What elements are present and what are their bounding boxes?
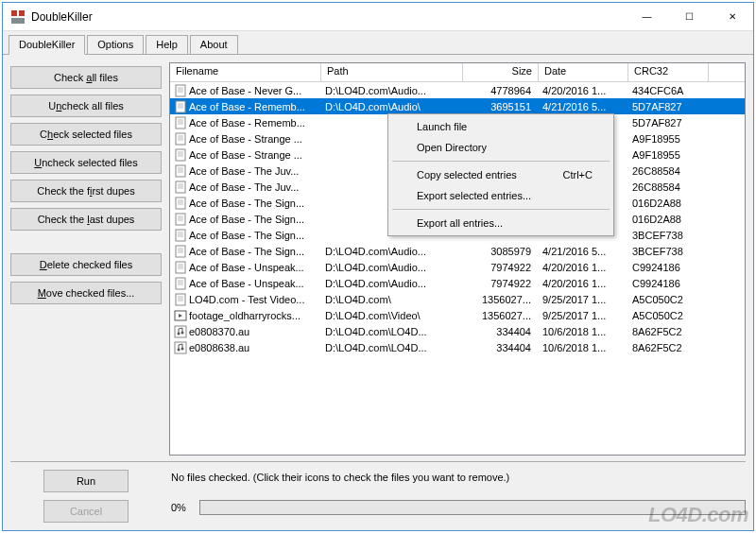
upper-panel: Check all filesUncheck all filesCheck se… <box>10 62 746 456</box>
column-header-crc[interactable]: CRC32 <box>628 63 709 81</box>
table-row[interactable]: LO4D.com - Test Video...D:\LO4D.com\1356… <box>170 291 745 307</box>
audio-icon[interactable] <box>174 341 187 354</box>
menu-item-copy-selected-entries[interactable]: Copy selected entriesCtrl+C <box>390 164 611 185</box>
menu-separator <box>392 209 610 210</box>
window-controls: — ☐ ✕ <box>626 3 753 30</box>
minimize-button[interactable]: — <box>626 3 668 30</box>
close-button[interactable]: ✕ <box>711 3 753 30</box>
cell-crc: 5D7AF827 <box>628 117 709 129</box>
cell-path: D:\LO4D.com\ <box>321 294 463 305</box>
column-header-date[interactable]: Date <box>539 63 628 81</box>
doc-icon[interactable] <box>174 100 187 113</box>
table-row[interactable]: Ace of Base - Rememb...D:\LO4D.com\Audio… <box>170 98 745 114</box>
menu-item-export-selected-entries[interactable]: Export selected entries... <box>390 185 611 206</box>
uncheck-selected-button[interactable]: Uncheck selected files <box>10 151 162 174</box>
svg-rect-51 <box>176 278 185 289</box>
svg-rect-43 <box>176 246 185 257</box>
progress-label: 0% <box>171 502 194 513</box>
cell-path: D:\LO4D.com\LO4D... <box>321 326 463 337</box>
doc-icon[interactable] <box>174 277 187 290</box>
cell-crc: A9F18955 <box>628 149 709 161</box>
doc-icon[interactable] <box>174 84 187 97</box>
svg-rect-19 <box>176 149 185 161</box>
cell-path: D:\LO4D.com\LO4D... <box>321 342 463 353</box>
cell-filename: e0808638.au <box>170 341 321 354</box>
doc-icon[interactable] <box>174 116 187 129</box>
cell-filename: Ace of Base - Rememb... <box>170 116 321 129</box>
sidebar: Check all filesUncheck all filesCheck se… <box>10 62 162 456</box>
svg-rect-2 <box>11 18 25 24</box>
cell-date: 4/20/2016 1... <box>539 262 628 273</box>
menu-item-export-all-entries[interactable]: Export all entries... <box>390 213 611 233</box>
svg-rect-11 <box>176 117 185 129</box>
check-first-dupes-button[interactable]: Check the first dupes <box>10 180 162 202</box>
table-row[interactable]: Ace of Base - The Sign...D:\LO4D.com\Aud… <box>170 243 745 259</box>
cell-crc: 8A62F5C2 <box>628 326 709 337</box>
cell-path: D:\LO4D.com\Audio... <box>321 85 463 96</box>
doc-icon[interactable] <box>174 197 187 210</box>
tab-options[interactable]: Options <box>87 35 144 54</box>
run-button[interactable]: Run <box>43 470 129 492</box>
svg-rect-23 <box>176 165 185 177</box>
table-row[interactable]: Ace of Base - Unspeak...D:\LO4D.com\Audi… <box>170 259 745 275</box>
cell-size: 7974922 <box>463 262 539 273</box>
svg-rect-0 <box>11 10 17 16</box>
uncheck-all-button[interactable]: Uncheck all files <box>10 95 162 117</box>
video-icon[interactable] <box>174 309 187 322</box>
doc-icon[interactable] <box>174 164 187 178</box>
cell-date: 9/25/2017 1... <box>539 294 628 305</box>
cell-date: 4/21/2016 5... <box>539 246 628 257</box>
doc-icon[interactable] <box>174 229 187 242</box>
menu-item-launch-file[interactable]: Launch file <box>390 116 611 137</box>
cell-crc: 3BCEF738 <box>628 230 709 241</box>
cell-path: D:\LO4D.com\Audio... <box>321 262 463 273</box>
column-header-path[interactable]: Path <box>321 63 463 81</box>
cell-crc: 3BCEF738 <box>628 246 709 257</box>
svg-point-66 <box>181 347 184 350</box>
table-row[interactable]: e0808638.auD:\LO4D.com\LO4D...33440410/6… <box>170 339 745 355</box>
tab-help[interactable]: Help <box>146 35 188 54</box>
status-message: No files checked. (Click their icons to … <box>171 472 746 483</box>
check-selected-button[interactable]: Check selected files <box>10 123 162 146</box>
table-row[interactable]: e0808370.auD:\LO4D.com\LO4D...33440410/6… <box>170 323 745 339</box>
cell-path: D:\LO4D.com\Audio... <box>321 278 463 289</box>
doc-icon[interactable] <box>174 293 187 306</box>
check-all-button[interactable]: Check all files <box>10 66 162 89</box>
doc-icon[interactable] <box>174 245 187 258</box>
cell-filename: e0808370.au <box>170 325 321 338</box>
tab-doublekiller[interactable]: DoubleKiller <box>9 35 85 55</box>
doc-icon[interactable] <box>174 132 187 146</box>
doc-icon[interactable] <box>174 261 187 274</box>
doc-icon[interactable] <box>174 148 187 162</box>
cell-date: 4/21/2016 5... <box>539 101 628 112</box>
table-row[interactable]: Ace of Base - Unspeak...D:\LO4D.com\Audi… <box>170 275 745 291</box>
column-header-size[interactable]: Size <box>463 63 539 81</box>
table-row[interactable]: Ace of Base - Never G...D:\LO4D.com\Audi… <box>170 82 745 98</box>
check-last-dupes-button[interactable]: Check the last dupes <box>10 208 162 231</box>
column-header-filename[interactable]: Filename <box>170 63 321 81</box>
cell-path: D:\LO4D.com\Video\ <box>321 310 463 321</box>
cancel-button: Cancel <box>43 500 129 523</box>
cell-crc: 5D7AF827 <box>628 101 709 112</box>
cell-crc: 434CFC6A <box>628 85 709 96</box>
doc-icon[interactable] <box>174 181 187 194</box>
maximize-button[interactable]: ☐ <box>668 3 711 30</box>
svg-rect-61 <box>175 326 186 337</box>
cell-date: 10/6/2018 1... <box>539 326 628 337</box>
delete-checked-button[interactable]: Delete checked files <box>10 253 162 276</box>
cell-filename: footage_oldharryrocks... <box>170 309 321 322</box>
cell-filename: LO4D.com - Test Video... <box>170 293 321 306</box>
tab-about[interactable]: About <box>190 35 238 54</box>
cell-crc: 8A62F5C2 <box>628 342 709 353</box>
svg-point-65 <box>178 348 180 351</box>
cell-size: 1356027... <box>463 294 539 305</box>
move-checked-button[interactable]: Move checked files... <box>10 282 162 304</box>
svg-point-63 <box>181 331 184 334</box>
audio-icon[interactable] <box>174 325 187 338</box>
svg-rect-64 <box>175 342 186 353</box>
doc-icon[interactable] <box>174 213 187 226</box>
menu-item-open-directory[interactable]: Open Directory <box>390 137 611 158</box>
table-row[interactable]: footage_oldharryrocks...D:\LO4D.com\Vide… <box>170 307 745 323</box>
svg-rect-3 <box>176 85 185 96</box>
cell-filename: Ace of Base - Strange ... <box>170 132 321 146</box>
